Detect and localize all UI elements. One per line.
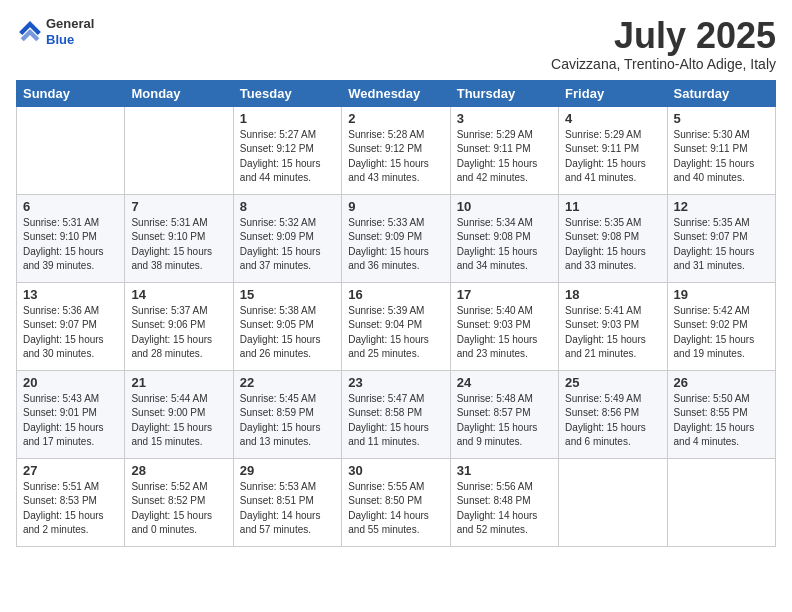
day-info: Sunrise: 5:31 AM Sunset: 9:10 PM Dayligh… bbox=[23, 216, 118, 274]
logo-text: General Blue bbox=[46, 16, 94, 47]
day-number: 21 bbox=[131, 375, 226, 390]
day-number: 30 bbox=[348, 463, 443, 478]
day-info: Sunrise: 5:37 AM Sunset: 9:06 PM Dayligh… bbox=[131, 304, 226, 362]
day-info: Sunrise: 5:45 AM Sunset: 8:59 PM Dayligh… bbox=[240, 392, 335, 450]
weekday-header-thursday: Thursday bbox=[450, 80, 558, 106]
day-info: Sunrise: 5:55 AM Sunset: 8:50 PM Dayligh… bbox=[348, 480, 443, 538]
day-info: Sunrise: 5:29 AM Sunset: 9:11 PM Dayligh… bbox=[457, 128, 552, 186]
day-cell bbox=[667, 458, 775, 546]
day-cell: 8Sunrise: 5:32 AM Sunset: 9:09 PM Daylig… bbox=[233, 194, 341, 282]
day-info: Sunrise: 5:35 AM Sunset: 9:07 PM Dayligh… bbox=[674, 216, 769, 274]
day-number: 1 bbox=[240, 111, 335, 126]
day-cell: 21Sunrise: 5:44 AM Sunset: 9:00 PM Dayli… bbox=[125, 370, 233, 458]
day-cell: 15Sunrise: 5:38 AM Sunset: 9:05 PM Dayli… bbox=[233, 282, 341, 370]
day-number: 28 bbox=[131, 463, 226, 478]
day-number: 2 bbox=[348, 111, 443, 126]
day-cell: 12Sunrise: 5:35 AM Sunset: 9:07 PM Dayli… bbox=[667, 194, 775, 282]
day-info: Sunrise: 5:27 AM Sunset: 9:12 PM Dayligh… bbox=[240, 128, 335, 186]
day-info: Sunrise: 5:32 AM Sunset: 9:09 PM Dayligh… bbox=[240, 216, 335, 274]
day-number: 29 bbox=[240, 463, 335, 478]
day-cell: 29Sunrise: 5:53 AM Sunset: 8:51 PM Dayli… bbox=[233, 458, 341, 546]
day-number: 23 bbox=[348, 375, 443, 390]
day-number: 10 bbox=[457, 199, 552, 214]
day-info: Sunrise: 5:33 AM Sunset: 9:09 PM Dayligh… bbox=[348, 216, 443, 274]
day-cell: 9Sunrise: 5:33 AM Sunset: 9:09 PM Daylig… bbox=[342, 194, 450, 282]
day-number: 18 bbox=[565, 287, 660, 302]
day-info: Sunrise: 5:31 AM Sunset: 9:10 PM Dayligh… bbox=[131, 216, 226, 274]
day-info: Sunrise: 5:48 AM Sunset: 8:57 PM Dayligh… bbox=[457, 392, 552, 450]
day-cell: 19Sunrise: 5:42 AM Sunset: 9:02 PM Dayli… bbox=[667, 282, 775, 370]
week-row-1: 1Sunrise: 5:27 AM Sunset: 9:12 PM Daylig… bbox=[17, 106, 776, 194]
day-cell: 3Sunrise: 5:29 AM Sunset: 9:11 PM Daylig… bbox=[450, 106, 558, 194]
day-number: 11 bbox=[565, 199, 660, 214]
day-cell bbox=[17, 106, 125, 194]
week-row-3: 13Sunrise: 5:36 AM Sunset: 9:07 PM Dayli… bbox=[17, 282, 776, 370]
day-info: Sunrise: 5:34 AM Sunset: 9:08 PM Dayligh… bbox=[457, 216, 552, 274]
day-cell: 4Sunrise: 5:29 AM Sunset: 9:11 PM Daylig… bbox=[559, 106, 667, 194]
day-cell: 22Sunrise: 5:45 AM Sunset: 8:59 PM Dayli… bbox=[233, 370, 341, 458]
day-info: Sunrise: 5:49 AM Sunset: 8:56 PM Dayligh… bbox=[565, 392, 660, 450]
day-info: Sunrise: 5:44 AM Sunset: 9:00 PM Dayligh… bbox=[131, 392, 226, 450]
day-number: 8 bbox=[240, 199, 335, 214]
weekday-header-row: SundayMondayTuesdayWednesdayThursdayFrid… bbox=[17, 80, 776, 106]
day-number: 24 bbox=[457, 375, 552, 390]
day-info: Sunrise: 5:56 AM Sunset: 8:48 PM Dayligh… bbox=[457, 480, 552, 538]
day-cell: 6Sunrise: 5:31 AM Sunset: 9:10 PM Daylig… bbox=[17, 194, 125, 282]
day-cell: 25Sunrise: 5:49 AM Sunset: 8:56 PM Dayli… bbox=[559, 370, 667, 458]
day-cell: 7Sunrise: 5:31 AM Sunset: 9:10 PM Daylig… bbox=[125, 194, 233, 282]
week-row-2: 6Sunrise: 5:31 AM Sunset: 9:10 PM Daylig… bbox=[17, 194, 776, 282]
day-info: Sunrise: 5:30 AM Sunset: 9:11 PM Dayligh… bbox=[674, 128, 769, 186]
day-cell: 18Sunrise: 5:41 AM Sunset: 9:03 PM Dayli… bbox=[559, 282, 667, 370]
day-number: 3 bbox=[457, 111, 552, 126]
day-number: 14 bbox=[131, 287, 226, 302]
title-area: July 2025 Cavizzana, Trentino-Alto Adige… bbox=[551, 16, 776, 72]
day-number: 15 bbox=[240, 287, 335, 302]
day-number: 26 bbox=[674, 375, 769, 390]
day-cell: 30Sunrise: 5:55 AM Sunset: 8:50 PM Dayli… bbox=[342, 458, 450, 546]
day-cell: 24Sunrise: 5:48 AM Sunset: 8:57 PM Dayli… bbox=[450, 370, 558, 458]
day-cell: 1Sunrise: 5:27 AM Sunset: 9:12 PM Daylig… bbox=[233, 106, 341, 194]
day-info: Sunrise: 5:29 AM Sunset: 9:11 PM Dayligh… bbox=[565, 128, 660, 186]
day-cell: 28Sunrise: 5:52 AM Sunset: 8:52 PM Dayli… bbox=[125, 458, 233, 546]
weekday-header-sunday: Sunday bbox=[17, 80, 125, 106]
day-info: Sunrise: 5:41 AM Sunset: 9:03 PM Dayligh… bbox=[565, 304, 660, 362]
day-number: 5 bbox=[674, 111, 769, 126]
logo-blue: Blue bbox=[46, 32, 94, 48]
day-number: 4 bbox=[565, 111, 660, 126]
day-info: Sunrise: 5:36 AM Sunset: 9:07 PM Dayligh… bbox=[23, 304, 118, 362]
day-number: 9 bbox=[348, 199, 443, 214]
day-cell: 26Sunrise: 5:50 AM Sunset: 8:55 PM Dayli… bbox=[667, 370, 775, 458]
weekday-header-tuesday: Tuesday bbox=[233, 80, 341, 106]
day-info: Sunrise: 5:28 AM Sunset: 9:12 PM Dayligh… bbox=[348, 128, 443, 186]
weekday-header-wednesday: Wednesday bbox=[342, 80, 450, 106]
day-cell: 10Sunrise: 5:34 AM Sunset: 9:08 PM Dayli… bbox=[450, 194, 558, 282]
day-info: Sunrise: 5:40 AM Sunset: 9:03 PM Dayligh… bbox=[457, 304, 552, 362]
day-cell: 27Sunrise: 5:51 AM Sunset: 8:53 PM Dayli… bbox=[17, 458, 125, 546]
day-number: 13 bbox=[23, 287, 118, 302]
day-cell: 14Sunrise: 5:37 AM Sunset: 9:06 PM Dayli… bbox=[125, 282, 233, 370]
day-cell: 5Sunrise: 5:30 AM Sunset: 9:11 PM Daylig… bbox=[667, 106, 775, 194]
day-info: Sunrise: 5:39 AM Sunset: 9:04 PM Dayligh… bbox=[348, 304, 443, 362]
day-cell: 23Sunrise: 5:47 AM Sunset: 8:58 PM Dayli… bbox=[342, 370, 450, 458]
weekday-header-saturday: Saturday bbox=[667, 80, 775, 106]
weekday-header-monday: Monday bbox=[125, 80, 233, 106]
day-number: 12 bbox=[674, 199, 769, 214]
day-info: Sunrise: 5:47 AM Sunset: 8:58 PM Dayligh… bbox=[348, 392, 443, 450]
day-cell: 2Sunrise: 5:28 AM Sunset: 9:12 PM Daylig… bbox=[342, 106, 450, 194]
day-info: Sunrise: 5:38 AM Sunset: 9:05 PM Dayligh… bbox=[240, 304, 335, 362]
week-row-4: 20Sunrise: 5:43 AM Sunset: 9:01 PM Dayli… bbox=[17, 370, 776, 458]
day-info: Sunrise: 5:35 AM Sunset: 9:08 PM Dayligh… bbox=[565, 216, 660, 274]
week-row-5: 27Sunrise: 5:51 AM Sunset: 8:53 PM Dayli… bbox=[17, 458, 776, 546]
day-cell: 20Sunrise: 5:43 AM Sunset: 9:01 PM Dayli… bbox=[17, 370, 125, 458]
day-number: 25 bbox=[565, 375, 660, 390]
day-info: Sunrise: 5:43 AM Sunset: 9:01 PM Dayligh… bbox=[23, 392, 118, 450]
day-cell bbox=[125, 106, 233, 194]
day-cell: 16Sunrise: 5:39 AM Sunset: 9:04 PM Dayli… bbox=[342, 282, 450, 370]
day-number: 7 bbox=[131, 199, 226, 214]
day-info: Sunrise: 5:53 AM Sunset: 8:51 PM Dayligh… bbox=[240, 480, 335, 538]
day-number: 17 bbox=[457, 287, 552, 302]
month-title: July 2025 bbox=[551, 16, 776, 56]
location-subtitle: Cavizzana, Trentino-Alto Adige, Italy bbox=[551, 56, 776, 72]
day-cell: 11Sunrise: 5:35 AM Sunset: 9:08 PM Dayli… bbox=[559, 194, 667, 282]
day-cell: 31Sunrise: 5:56 AM Sunset: 8:48 PM Dayli… bbox=[450, 458, 558, 546]
